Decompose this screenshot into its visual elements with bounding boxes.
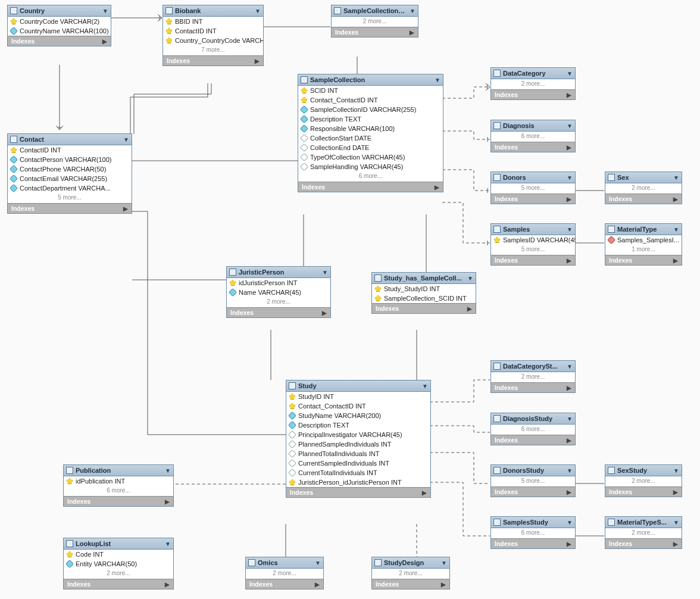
chevron-down-icon[interactable]: ▼ [673, 467, 679, 474]
entity-header[interactable]: SampleCollection_ha...▼ [332, 5, 418, 17]
entity-Samples[interactable]: Samples▼ SamplesID VARCHAR(45) 5 more...… [490, 223, 576, 266]
entity-header[interactable]: Country ▼ [8, 5, 111, 17]
indexes-section[interactable]: Indexes▶ [605, 194, 682, 204]
indexes-section[interactable]: Indexes▶ [491, 255, 575, 265]
more-link[interactable]: 1 more... [605, 245, 682, 255]
entity-header[interactable]: Biobank▼ [163, 5, 263, 17]
entity-header[interactable]: StudyDesign▼ [372, 557, 449, 569]
entity-header[interactable]: DonorsStudy▼ [491, 465, 575, 476]
more-link[interactable]: 5 more... [491, 183, 575, 194]
entity-header[interactable]: SampleCollection▼ [298, 74, 443, 86]
indexes-section[interactable]: Indexes▶ [8, 203, 132, 213]
indexes-section[interactable]: Indexes▶ [605, 486, 682, 497]
chevron-down-icon[interactable]: ▼ [673, 226, 679, 233]
chevron-down-icon[interactable]: ▼ [410, 8, 415, 14]
entity-MaterialTypeStudy[interactable]: MaterialTypeS...▼ 2 more... Indexes▶ [605, 516, 682, 549]
entity-header[interactable]: Sex▼ [605, 172, 682, 183]
more-link[interactable]: 2 more... [605, 476, 682, 486]
indexes-section[interactable]: Indexes▶ [491, 435, 575, 445]
chevron-down-icon[interactable]: ▼ [435, 77, 440, 83]
entity-Sex[interactable]: Sex▼ 2 more... Indexes▶ [605, 171, 682, 204]
entity-SexStudy[interactable]: SexStudy▼ 2 more... Indexes▶ [605, 464, 682, 497]
entity-JuristicPerson[interactable]: JuristicPerson▼ idJuristicPerson INT Nam… [226, 266, 331, 318]
more-link[interactable]: 2 more... [491, 372, 575, 382]
entity-DonorsStudy[interactable]: DonorsStudy▼ 5 more... Indexes▶ [490, 464, 576, 497]
more-link[interactable]: 2 more... [332, 17, 418, 27]
chevron-down-icon[interactable]: ▼ [441, 560, 447, 566]
entity-header[interactable]: SamplesStudy▼ [491, 517, 575, 528]
chevron-down-icon[interactable]: ▼ [567, 363, 573, 370]
more-link[interactable]: 5 more... [491, 245, 575, 255]
entity-StudyDesign[interactable]: StudyDesign▼ 2 more... Indexes▶ [371, 557, 450, 589]
indexes-section[interactable]: Indexes▶ [8, 36, 111, 46]
more-link[interactable]: 6 more... [491, 528, 575, 538]
entity-Diagnosis[interactable]: Diagnosis▼ 6 more... Indexes▶ [490, 120, 576, 152]
more-link[interactable]: 6 more... [491, 425, 575, 435]
chevron-down-icon[interactable]: ▼ [567, 70, 573, 77]
entity-MaterialType[interactable]: MaterialType▼ Samples_SamplesI... 1 more… [605, 223, 682, 266]
chevron-down-icon[interactable]: ▼ [567, 416, 573, 422]
indexes-section[interactable]: Indexes▶ [372, 579, 449, 589]
entity-Donors[interactable]: Donors▼ 5 more... Indexes▶ [490, 171, 576, 204]
indexes-section[interactable]: Indexes▶ [491, 89, 575, 99]
indexes-section[interactable]: Indexes▶ [605, 255, 682, 265]
indexes-section[interactable]: Indexes▶ [332, 27, 418, 37]
entity-Omics[interactable]: Omics▼ 2 more... Indexes▶ [245, 557, 324, 589]
entity-header[interactable]: DataCategory▼ [491, 68, 575, 79]
indexes-section[interactable]: Indexes▶ [64, 579, 173, 589]
entity-header[interactable]: Omics▼ [246, 557, 323, 569]
entity-SamplesStudy[interactable]: SamplesStudy▼ 6 more... Indexes▶ [490, 516, 576, 549]
entity-header[interactable]: Study▼ [286, 380, 430, 392]
entity-Study_has_SampleCollection[interactable]: Study_has_SampleColl...▼ Study_StudyID I… [371, 272, 476, 314]
entity-header[interactable]: Donors▼ [491, 172, 575, 183]
entity-DataCategory[interactable]: DataCategory▼ 2 more... Indexes▶ [490, 67, 576, 100]
chevron-down-icon[interactable]: ▼ [322, 269, 328, 276]
chevron-down-icon[interactable]: ▼ [567, 226, 573, 233]
entity-header[interactable]: Diagnosis▼ [491, 120, 575, 132]
entity-header[interactable]: Study_has_SampleColl...▼ [372, 273, 476, 284]
more-link[interactable]: 6 more... [64, 486, 173, 496]
chevron-down-icon[interactable]: ▼ [567, 174, 573, 181]
more-link[interactable]: 2 more... [605, 528, 682, 538]
indexes-section[interactable]: Indexes▶ [491, 538, 575, 548]
entity-SampleCollection_has[interactable]: SampleCollection_ha...▼ 2 more... Indexe… [331, 5, 418, 38]
entity-header[interactable]: Publication▼ [64, 465, 173, 476]
chevron-down-icon[interactable]: ▼ [422, 383, 428, 389]
chevron-down-icon[interactable]: ▼ [567, 467, 573, 474]
indexes-section[interactable]: Indexes▶ [372, 303, 476, 313]
indexes-section[interactable]: Indexes▶ [491, 382, 575, 392]
entity-header[interactable]: SexStudy▼ [605, 465, 682, 476]
indexes-section[interactable]: Indexes▶ [246, 579, 323, 589]
indexes-section[interactable]: Indexes▶ [605, 538, 682, 548]
indexes-section[interactable]: Indexes▶ [227, 307, 330, 317]
entity-DiagnosisStudy[interactable]: DiagnosisStudy▼ 6 more... Indexes▶ [490, 413, 576, 445]
entity-LookupList[interactable]: LookupList▼ Code INT Entity VARCHAR(50) … [63, 538, 174, 589]
entity-header[interactable]: Samples▼ [491, 224, 575, 235]
chevron-down-icon[interactable]: ▼ [567, 123, 573, 129]
indexes-section[interactable]: Indexes▶ [491, 142, 575, 152]
entity-DataCategoryStudy[interactable]: DataCategorySt...▼ 2 more... Indexes▶ [490, 360, 576, 393]
chevron-down-icon[interactable]: ▼ [467, 275, 473, 282]
entity-header[interactable]: JuristicPerson▼ [227, 267, 330, 278]
chevron-down-icon[interactable]: ▼ [673, 174, 679, 181]
indexes-section[interactable]: Indexes▶ [491, 194, 575, 204]
more-link[interactable]: 2 more... [64, 569, 173, 579]
indexes-section[interactable]: Indexes▶ [64, 496, 173, 506]
more-link[interactable]: 2 more... [246, 569, 323, 579]
chevron-down-icon[interactable]: ▼ [165, 467, 171, 474]
more-link[interactable]: 6 more... [298, 171, 443, 182]
chevron-down-icon[interactable]: ▼ [255, 8, 261, 14]
more-link[interactable]: 6 more... [491, 132, 575, 142]
entity-Biobank[interactable]: Biobank▼ BBID INT ContactID INT Country_… [162, 5, 264, 66]
entity-Country[interactable]: Country ▼ CountryCode VARCHAR(2) Country… [7, 5, 111, 46]
more-link[interactable]: 2 more... [227, 297, 330, 307]
entity-header[interactable]: DataCategorySt...▼ [491, 361, 575, 372]
entity-Contact[interactable]: Contact▼ ContactID INT ContactPerson VAR… [7, 133, 132, 214]
chevron-down-icon[interactable]: ▼ [102, 8, 108, 14]
entity-header[interactable]: DiagnosisStudy▼ [491, 413, 575, 425]
more-link[interactable]: 2 more... [605, 183, 682, 194]
entity-header[interactable]: Contact▼ [8, 134, 132, 145]
more-link[interactable]: 5 more... [8, 193, 132, 203]
indexes-section[interactable]: Indexes▶ [491, 486, 575, 497]
indexes-section[interactable]: Indexes▶ [286, 487, 430, 497]
